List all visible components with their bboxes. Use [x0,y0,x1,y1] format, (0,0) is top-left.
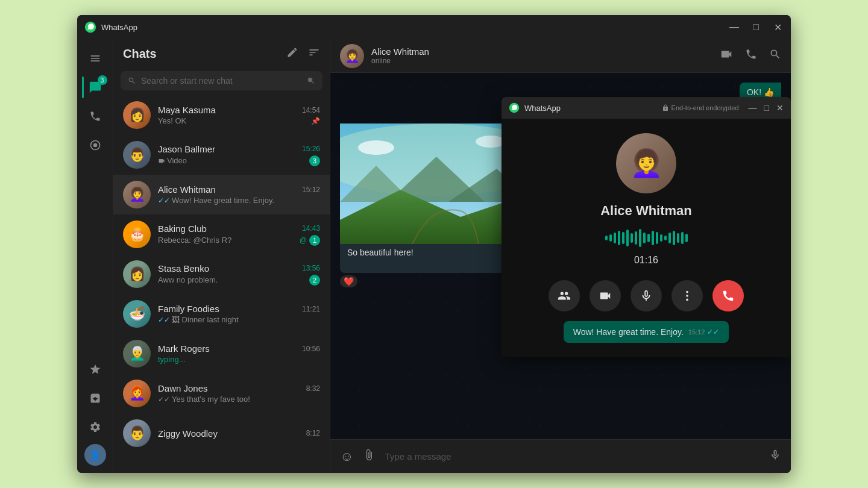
close-button[interactable]: ✕ [772,22,784,33]
new-chat-icon[interactable] [286,46,298,61]
user-avatar[interactable]: 👤 [84,444,106,466]
call-minimize-btn[interactable]: — [749,103,757,113]
search-input-wrap [121,71,322,90]
chat-info-bottom-mark: typing... [158,355,320,364]
svg-point-16 [686,295,688,297]
chat-preview-stasa: Aww no problem. [158,275,218,284]
chat-preview-family: ✓✓ 🖼 Dinner last night [158,315,239,324]
left-nav: 3 [77,39,113,473]
nav-calls-icon[interactable] [82,103,108,130]
waveform-bar-0 [605,236,608,240]
title-bar: WhatsApp — □ ✕ [77,15,791,39]
chat-info-top-maya: Maya Kasuma 14:54 [158,105,320,115]
waveform-bar-18 [681,232,684,244]
voice-call-icon[interactable] [745,48,757,63]
mic-icon[interactable] [769,449,781,465]
filter-icon[interactable] [308,46,320,61]
waveform-bar-7 [635,231,637,245]
chat-name-alice: Alice Whitman [158,184,216,195]
chat-info-bottom-baking: Rebecca: @Chris R? @ 1 [158,235,320,246]
svg-point-15 [686,291,688,293]
nav-starred-icon[interactable] [82,356,108,383]
waveform-bar-8 [639,229,641,247]
svg-rect-3 [90,60,99,61]
chat-item-maya[interactable]: 👩 Maya Kasuma 14:54 Yes! OK 📌 [113,95,330,135]
avatar-maya: 👩 [123,101,151,129]
call-window-controls: — □ ✕ [749,103,784,113]
call-body: 👩‍🦱 Alice Whitman 01:16 [502,119,791,357]
waveform-bar-14 [664,236,667,240]
chat-item-stasa[interactable]: 👩 Stasa Benko 13:56 Aww no problem. 2 [113,254,330,294]
chat-info-baking: Baking Club 14:43 Rebecca: @Chris R? @ 1 [158,224,320,246]
waveform-bar-1 [609,234,612,242]
pin-icon-maya: 📌 [311,117,320,125]
sidebar-title: Chats [123,47,157,61]
minimize-button[interactable]: — [728,22,740,33]
search-bar [113,69,330,95]
more-options-btn[interactable] [671,280,703,311]
chat-item-jason[interactable]: 👨 Jason Ballmer 15:26 Video 3 [113,135,330,175]
chat-time-baking: 14:43 [302,224,320,233]
call-contact-avatar: 👩‍🦱 [616,133,676,193]
nav-status-icon[interactable] [82,132,108,158]
add-participant-btn[interactable] [549,280,580,311]
nav-archive-icon[interactable] [82,385,108,411]
call-close-btn[interactable]: ✕ [776,103,784,113]
chat-preview-maya: Yes! OK [158,116,186,125]
avatar-family: 🍜 [123,300,151,328]
emoji-icon[interactable]: ☺ [340,449,353,465]
chat-name-stasa: Stasa Benko [158,263,209,274]
call-maximize-btn[interactable]: □ [764,103,769,113]
chat-item-baking[interactable]: 🎂 Baking Club 14:43 Rebecca: @Chris R? @… [113,214,330,254]
waveform-bar-4 [622,232,624,244]
waveform-bar-17 [677,233,679,243]
chat-info-top-alice: Alice Whitman 15:12 [158,184,320,195]
waveform-bar-5 [626,230,629,246]
chat-time-maya: 14:54 [302,106,320,114]
chat-item-alice[interactable]: 👩‍🦱 Alice Whitman 15:12 ✓✓ Wow! Have gre… [113,175,330,214]
avatar-ziggy: 👨 [123,419,151,447]
app-logo-icon [84,21,96,33]
chat-time-family: 11:21 [302,305,320,313]
sidebar-header-icons [286,46,320,61]
call-overlay: WhatsApp End-to-end endcrypted — □ ✕ 👩‍🦱… [502,97,791,357]
chat-header-name: Alice Whitman [371,46,712,57]
waveform-bar-11 [652,231,654,245]
attach-icon[interactable] [363,449,375,465]
end-call-btn[interactable] [712,280,744,311]
avatar-baking: 🎂 [123,221,151,248]
video-call-icon[interactable] [720,48,733,64]
search-input[interactable] [141,76,302,86]
svg-point-5 [93,144,96,147]
mute-btn[interactable] [631,280,662,311]
app-title: WhatsApp [101,23,728,32]
chat-preview-alice: ✓✓ Wow! Have great time. Enjoy. [158,196,274,205]
chat-time-dawn: 8:32 [306,384,320,393]
chat-name-family: Family Foodies [158,304,219,314]
message-input-bar: ☺ [330,439,791,473]
bubble-ok-text: OK! 👍 [747,87,774,97]
waveform-bar-6 [631,233,633,243]
chat-name-mark: Mark Rogers [158,343,210,354]
waveform-bar-19 [685,234,688,242]
video-toggle-btn[interactable] [590,280,621,311]
chat-item-family[interactable]: 🍜 Family Foodies 11:21 ✓✓ 🖼 Dinner last … [113,294,330,334]
avatar-mark: 👨‍🦳 [123,340,151,368]
mention-icon-baking: @ [300,236,307,245]
chat-name-maya: Maya Kasuma [158,105,216,115]
chat-info-alice: Alice Whitman 15:12 ✓✓ Wow! Have great t… [158,184,320,205]
call-last-msg-time: 15:12 [688,328,705,336]
chat-item-mark[interactable]: 👨‍🦳 Mark Rogers 10:56 typing... [113,334,330,374]
chat-item-ziggy[interactable]: 👨 Ziggy Woodley 8:12 [113,413,330,453]
nav-menu-icon[interactable] [82,45,108,72]
nav-chats-icon[interactable]: 3 [82,74,108,101]
nav-settings-icon[interactable] [82,414,108,440]
message-input[interactable] [385,451,760,461]
chat-item-dawn[interactable]: 👩‍🦰 Dawn Jones 8:32 ✓✓ Yes that's my fav… [113,374,330,413]
maximize-button[interactable]: □ [750,22,762,33]
avatar-alice: 👩‍🦱 [123,181,151,208]
avatar-dawn: 👩‍🦰 [123,380,151,407]
search-chat-icon[interactable] [769,48,781,63]
chat-name-dawn: Dawn Jones [158,383,208,393]
svg-rect-2 [90,58,99,59]
